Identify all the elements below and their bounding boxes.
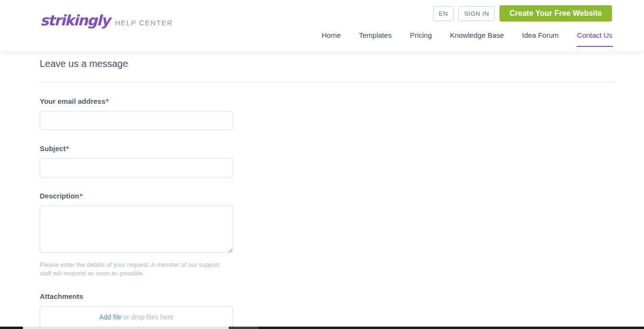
email-field-group: Your email address* bbox=[40, 97, 233, 130]
nav-item-contact-us[interactable]: Contact Us bbox=[577, 31, 612, 40]
nav-item-templates[interactable]: Templates bbox=[359, 31, 391, 40]
attachments-dropzone[interactable]: Add file or drop files here bbox=[40, 306, 233, 328]
taskbar-edge-mid-segment bbox=[229, 327, 258, 329]
header-actions: EN SIGN IN Create Your Free Website bbox=[433, 5, 612, 22]
subject-field-group: Subject* bbox=[40, 144, 233, 177]
drop-files-hint: or drop files here bbox=[123, 313, 174, 321]
taskbar-edge bbox=[0, 327, 644, 329]
subject-label-text: Subject bbox=[40, 144, 66, 153]
create-website-button[interactable]: Create Your Free Website bbox=[500, 5, 612, 22]
description-field-group: Description* Please enter the details of… bbox=[40, 192, 233, 278]
language-button[interactable]: EN bbox=[433, 6, 454, 21]
add-file-link[interactable]: Add file bbox=[99, 313, 122, 321]
brand-wordmark: strikingly bbox=[40, 13, 110, 28]
help-center-header: strikingly HELP CENTER EN SIGN IN Create… bbox=[0, 0, 644, 52]
attachments-label: Attachments bbox=[40, 292, 233, 300]
support-ticket-form: Your email address* Subject* Description… bbox=[40, 97, 233, 328]
email-label: Your email address* bbox=[40, 97, 233, 105]
main-nav: Home Templates Pricing Knowledge Base Id… bbox=[322, 31, 612, 40]
subject-input[interactable] bbox=[40, 158, 233, 177]
subject-label: Subject* bbox=[40, 144, 233, 153]
help-center-label: HELP CENTER bbox=[115, 19, 173, 27]
description-label-text: Description bbox=[40, 192, 79, 200]
required-asterisk: * bbox=[66, 144, 69, 153]
title-divider bbox=[40, 82, 614, 82]
sign-in-button[interactable]: SIGN IN bbox=[458, 6, 495, 21]
attachments-group: Attachments Add file or drop files here bbox=[40, 292, 233, 328]
page-title: Leave us a message bbox=[40, 58, 614, 69]
description-help-text: Please enter the details of your request… bbox=[40, 261, 228, 278]
strikingly-logo[interactable]: strikingly HELP CENTER bbox=[40, 13, 173, 28]
nav-item-home[interactable]: Home bbox=[322, 31, 341, 40]
nav-item-pricing[interactable]: Pricing bbox=[410, 31, 432, 40]
required-asterisk: * bbox=[106, 97, 109, 105]
required-asterisk: * bbox=[80, 192, 83, 200]
description-textarea[interactable] bbox=[40, 206, 233, 253]
nav-item-idea-forum[interactable]: Idea Forum bbox=[522, 31, 559, 40]
email-input[interactable] bbox=[40, 111, 233, 130]
taskbar-edge-light-segment bbox=[23, 327, 229, 329]
nav-item-knowledge-base[interactable]: Knowledge Base bbox=[450, 31, 504, 40]
description-label: Description* bbox=[40, 192, 233, 200]
email-label-text: Your email address bbox=[40, 97, 105, 105]
contact-form-page: Leave us a message Your email address* S… bbox=[40, 58, 614, 328]
